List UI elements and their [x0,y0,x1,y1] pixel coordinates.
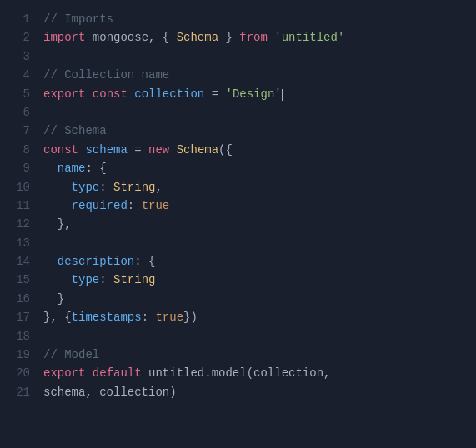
line-number: 10 [0,178,30,197]
code-line: import mongoose, { Schema } from 'untitl… [43,28,466,47]
token-property: description [58,255,134,268]
cursor [282,89,283,101]
token-punctuation: { [163,31,169,44]
line-number: 11 [0,197,30,215]
code-line: description: { [43,252,466,271]
token-identifier [43,162,58,175]
code-line: const schema = new Schema({ [43,141,466,159]
token-punctuation: }) [183,311,198,324]
code-line: // Imports [43,10,466,28]
line-number: 1 [0,10,30,28]
token-comment: // Model [43,348,99,361]
code-line [43,47,466,66]
token-identifier: schema, collection) [43,386,177,399]
token-identifier [169,143,176,157]
token-property: type [72,273,100,286]
code-line [43,327,466,346]
token-class-name: String [113,181,155,194]
token-string: 'untitled' [274,31,344,44]
token-property: type [72,181,100,194]
code-line: schema, collection) [43,383,466,401]
token-boolean: true [142,199,170,212]
token-property: required [72,199,128,212]
token-identifier [128,87,134,101]
line-number: 2 [0,28,30,47]
line-number: 5 [0,85,30,103]
code-line: // Model [43,346,466,364]
token-property: schema [85,143,127,157]
line-number: 12 [0,215,30,233]
token-keyword-from: from [239,31,268,44]
token-punctuation: ({ [218,143,233,157]
token-property: timestamps [72,311,142,324]
line-number: 14 [0,252,30,271]
code-line: } [43,290,466,308]
line-number-column: 123456789101112131415161718192021 [0,10,43,438]
token-keyword-import: import [43,31,85,44]
code-line: name: { [43,159,466,177]
line-number: 15 [0,271,30,289]
code-line: // Schema [43,122,466,140]
line-number: 16 [0,290,30,308]
token-identifier: : [128,199,142,212]
token-identifier [43,255,58,268]
token-identifier: : { [85,162,106,175]
token-identifier [43,273,72,286]
token-string: 'Design' [225,87,281,101]
line-number: 3 [0,47,30,66]
token-identifier: : [99,273,113,286]
token-keyword-new: new [148,143,169,157]
token-identifier: mongoose, [85,31,162,44]
code-line: }, {timestamps: true}) [43,308,466,326]
code-line [43,103,466,122]
token-boolean: true [155,311,183,324]
token-identifier [43,217,58,231]
token-keyword-export: export [43,87,85,101]
line-number: 13 [0,234,30,252]
token-keyword-const: const [43,143,78,157]
line-number: 18 [0,327,30,346]
token-punctuation: } [58,292,64,306]
token-comment: // Imports [43,12,113,26]
token-identifier: = [128,143,148,157]
line-number: 19 [0,346,30,364]
code-line: }, [43,215,466,233]
code-line: export const collection = 'Design' [43,85,466,103]
token-punctuation: }, { [43,311,72,324]
code-line: required: true [43,197,466,215]
line-number: 17 [0,308,30,326]
token-keyword-default: default [93,366,142,380]
code-content[interactable]: // Importsimport mongoose, { Schema } fr… [43,10,476,438]
code-line: type: String, [43,178,466,197]
line-number: 21 [0,383,30,401]
token-identifier: : [99,181,113,194]
line-number: 9 [0,159,30,177]
token-class-name: Schema [177,31,218,44]
code-line: export default untitled.model(collection… [43,364,466,382]
token-keyword-export: export [43,366,85,380]
token-identifier: = [204,87,225,101]
line-number: 6 [0,103,30,122]
token-class-name: String [113,273,155,286]
token-identifier [169,31,176,44]
line-number: 20 [0,364,30,382]
token-punctuation: } [225,31,232,44]
line-number: 7 [0,122,30,140]
token-identifier [85,366,92,380]
token-punctuation: , [155,181,162,194]
line-number: 4 [0,66,30,84]
token-identifier: : { [134,255,155,268]
token-identifier: untitled.model(collection, [142,366,331,380]
token-identifier [43,292,58,306]
token-identifier [85,87,92,101]
line-number: 8 [0,141,30,159]
token-comment: // Schema [43,124,107,137]
token-property: collection [134,87,204,101]
token-identifier: : [142,311,156,324]
code-line [43,234,466,252]
token-property: name [58,162,86,175]
token-identifier [43,199,72,212]
token-comment: // Collection name [43,68,169,82]
code-line: type: String [43,271,466,289]
code-line: // Collection name [43,66,466,84]
